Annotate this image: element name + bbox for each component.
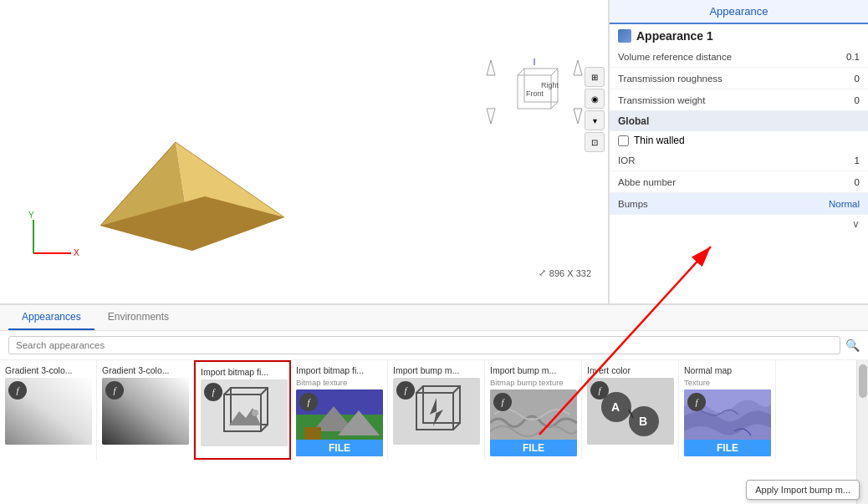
- search-icon[interactable]: 🔍: [845, 339, 860, 352]
- tab-appearances[interactable]: Appearances: [8, 305, 94, 330]
- viewport[interactable]: X Y Front Right: [0, 0, 609, 303]
- prop-label-vol: Volume reference distance: [618, 52, 835, 62]
- resize-icon: ⤢: [539, 267, 546, 278]
- tile-thumb-7: f FILE: [684, 389, 771, 456]
- f-badge-7: f: [687, 393, 706, 411]
- appearance-section-title: Appearance 1: [610, 24, 868, 46]
- bottom-panel: Appearances Environments 🔍 Gradient 3-co…: [0, 303, 868, 504]
- property-volume-ref: Volume reference distance 0.1: [610, 46, 868, 68]
- svg-text:Y: Y: [28, 211, 34, 220]
- tile-thumb-0: f: [5, 378, 92, 445]
- appearance-icon: [618, 29, 631, 43]
- tile-label-2: Import bitmap fi...: [201, 367, 284, 377]
- property-trans-rough: Transmission roughness 0: [610, 68, 868, 89]
- thin-walled-row: Thin walled: [610, 131, 868, 150]
- prop-label-tr: Transmission roughness: [618, 74, 835, 84]
- tile-import-bitmap-icon[interactable]: Import bitmap fi...: [194, 360, 291, 460]
- axis-indicator: X Y: [17, 211, 84, 262]
- search-bar: 🔍: [0, 331, 868, 360]
- view-icon-1[interactable]: ⊞: [585, 67, 605, 87]
- tiles-row: Gradient 3-colo...: [0, 360, 856, 460]
- svg-line-15: [551, 102, 558, 109]
- view-icon-3[interactable]: ▾: [585, 110, 605, 130]
- svg-line-14: [551, 69, 558, 75]
- tile-label-0: Gradient 3-colo...: [5, 365, 91, 375]
- prop-label-ior: IOR: [618, 155, 835, 165]
- thin-walled-checkbox[interactable]: [618, 135, 629, 146]
- chevron-icon: ∨: [852, 218, 860, 230]
- f-badge-1: f: [105, 381, 124, 400]
- tile-label-4: Import bump m...: [393, 365, 479, 375]
- file-badge-3: FILE: [296, 440, 383, 456]
- main-area: X Y Front Right: [0, 0, 868, 303]
- prop-val-tr: 0: [835, 74, 860, 84]
- prop-label-tw: Transmission weight: [618, 95, 835, 105]
- tile-label-5: Import bump m...: [490, 365, 576, 375]
- view-icon-2[interactable]: ◉: [585, 89, 605, 109]
- prop-label-bumps: Bumps: [618, 199, 829, 209]
- svg-marker-20: [574, 60, 582, 75]
- svg-text:Front: Front: [526, 89, 544, 98]
- property-abbe: Abbe number 0: [610, 171, 868, 193]
- tile-sublabel-3: Bitmap texture: [296, 378, 382, 387]
- prop-val-bumps: Normal: [829, 199, 860, 209]
- tile-import-bump-file[interactable]: Import bump m... Bitmap bump texture f F…: [485, 360, 582, 460]
- svg-marker-21: [574, 109, 582, 124]
- svg-text:Z: Z: [533, 59, 537, 60]
- tile-sublabel-5: Bitmap bump texture: [490, 378, 576, 387]
- panel-header-title: Appearance: [709, 5, 768, 18]
- panel-header: Appearance: [610, 0, 868, 24]
- tile-sublabel-7: Texture: [684, 378, 770, 387]
- tiles-area: Gradient 3-colo...: [0, 360, 868, 504]
- property-ior: IOR 1: [610, 150, 868, 171]
- tab-environments[interactable]: Environments: [94, 305, 182, 330]
- tile-thumb-5: f FILE: [490, 389, 577, 456]
- tile-thumb-2: f: [201, 379, 288, 446]
- dimension-text: 896 X 332: [549, 268, 591, 278]
- global-label: Global: [618, 115, 649, 127]
- expand-section[interactable]: ∨: [610, 215, 868, 233]
- scroll-thumb[interactable]: [859, 364, 867, 398]
- f-badge-0: f: [8, 381, 27, 400]
- tile-import-bitmap-file[interactable]: Import bitmap fi... Bitmap texture f: [291, 360, 388, 460]
- svg-text:A: A: [611, 400, 620, 414]
- tile-invert-color[interactable]: Invert color A B f: [582, 360, 679, 460]
- f-badge-3: f: [299, 393, 318, 411]
- f-badge-5: f: [493, 393, 512, 411]
- view-icon-4[interactable]: ⊡: [585, 132, 605, 152]
- tile-gradient2[interactable]: Gradient 3-colo...: [97, 360, 194, 460]
- tile-thumb-3: f FILE: [296, 389, 383, 456]
- tile-label-6: Invert color: [587, 365, 673, 375]
- pyramid-container: [50, 33, 301, 267]
- file-badge-5: FILE: [490, 440, 577, 456]
- search-input[interactable]: [8, 336, 840, 354]
- prop-val-abbe: 0: [835, 177, 860, 187]
- svg-point-31: [252, 410, 258, 416]
- svg-rect-37: [304, 427, 321, 440]
- svg-marker-10: [487, 109, 495, 124]
- svg-text:Right: Right: [541, 81, 559, 89]
- tile-label-7: Normal map: [684, 365, 770, 375]
- tile-thumb-4: f: [393, 378, 480, 445]
- tile-gradient1[interactable]: Gradient 3-colo...: [0, 360, 97, 460]
- f-badge-6: f: [590, 381, 609, 400]
- f-badge-4: f: [396, 381, 415, 400]
- thin-walled-label: Thin walled: [634, 135, 685, 146]
- tile-import-bump-icon[interactable]: Import bump m... f: [388, 360, 485, 460]
- file-badge-7: FILE: [684, 440, 771, 456]
- prop-val-ior: 1: [835, 155, 860, 165]
- nav-cube-display[interactable]: Front Right Z: [501, 59, 568, 125]
- tiles-scroll[interactable]: Gradient 3-colo...: [0, 360, 856, 504]
- tile-normal-map[interactable]: Normal map Texture f: [679, 360, 776, 460]
- appearance-name: Appearance 1: [636, 29, 713, 43]
- svg-text:B: B: [639, 415, 647, 428]
- global-section-header: Global: [610, 111, 868, 131]
- prop-val-tw: 0: [835, 95, 860, 105]
- right-panel: Appearance Appearance 1 Volume reference…: [609, 0, 868, 303]
- tabs-bar: Appearances Environments: [0, 305, 868, 331]
- property-bumps[interactable]: Bumps Normal: [610, 193, 868, 215]
- tile-thumb-1: f: [102, 378, 189, 445]
- dimension-label: ⤢ 896 X 332: [539, 267, 591, 278]
- prop-val-vol: 0.1: [835, 52, 860, 62]
- tile-thumb-6: A B f: [587, 378, 674, 445]
